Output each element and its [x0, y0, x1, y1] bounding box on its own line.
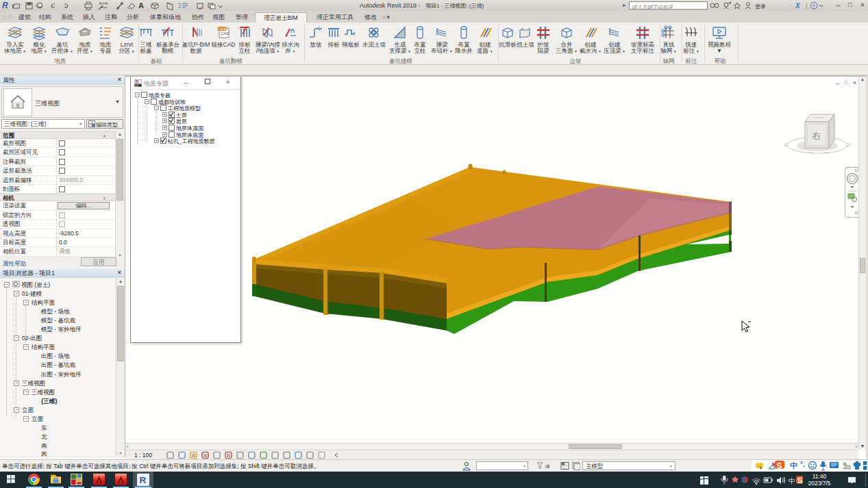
svg-text:·: · [789, 2, 791, 9]
svg-text::0: :0 [545, 463, 550, 470]
svg-text:|: | [806, 3, 807, 10]
svg-text:右: 右 [812, 131, 821, 141]
svg-text:登录: 登录 [755, 3, 766, 10]
svg-text:X: X [795, 2, 801, 10]
svg-text:中: 中 [789, 477, 795, 485]
svg-text:中: 中 [790, 461, 797, 470]
svg-text:?: ? [813, 3, 816, 9]
svg-text:LZ: LZ [136, 84, 139, 87]
svg-text:R: R [140, 475, 147, 485]
svg-text:S: S [777, 461, 782, 471]
svg-text:A: A [138, 1, 144, 10]
svg-text:°,: °, [800, 461, 805, 468]
